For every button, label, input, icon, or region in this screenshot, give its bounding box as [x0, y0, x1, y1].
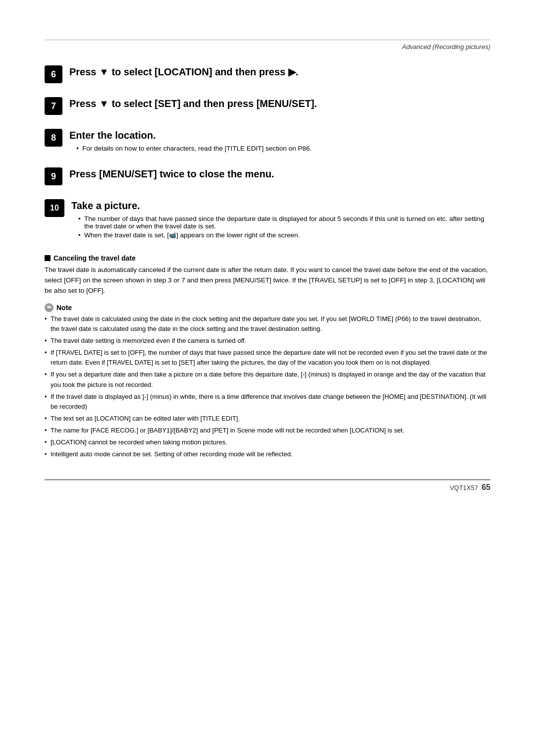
step-8-content: Enter the location. For details on how t… — [69, 129, 490, 154]
step-8-block: 8 Enter the location. For details on how… — [45, 129, 490, 154]
step-7-title: Press ▼ to select [SET] and then press [… — [69, 97, 490, 110]
step-9-title: Press [MENU/SET] twice to close the menu… — [69, 167, 490, 180]
step-9-number: 9 — [45, 167, 62, 185]
step-7-block: 7 Press ▼ to select [SET] and then press… — [45, 97, 490, 115]
cancel-section-title: Canceling the travel date — [54, 254, 136, 262]
cancel-section-icon — [45, 255, 51, 261]
note-item-3: If you set a departure date and then tak… — [45, 370, 490, 389]
step-6-content: Press ▼ to select [LOCATION] and then pr… — [69, 65, 490, 78]
step-10-number: 10 — [45, 199, 64, 217]
page-container: Advanced (Recording pictures) 6 Press ▼ … — [0, 0, 535, 756]
step-8-title: Enter the location. — [69, 129, 490, 142]
step-6-block: 6 Press ▼ to select [LOCATION] and then … — [45, 65, 490, 83]
footer: VQT1X57 65 — [45, 483, 490, 492]
step-10-bullet-0: The number of days that have passed sinc… — [78, 215, 490, 230]
note-item-5: The text set as [LOCATION] can be edited… — [45, 414, 490, 424]
note-item-7: [LOCATION] cannot be recorded when takin… — [45, 437, 490, 447]
note-item-8: Intelligent auto mode cannot be set. Set… — [45, 449, 490, 459]
step-7-number: 7 — [45, 97, 62, 115]
step-10-bullets: The number of days that have passed sinc… — [78, 215, 490, 239]
cancel-section-header: Canceling the travel date — [45, 254, 490, 262]
cancel-section-body: The travel date is automatically cancele… — [45, 265, 490, 296]
header-divider — [45, 40, 490, 40]
note-icon: ✏ — [45, 303, 54, 312]
step-8-number: 8 — [45, 129, 62, 147]
step-6-title: Press ▼ to select [LOCATION] and then pr… — [69, 65, 490, 78]
footer-page-number: 65 — [482, 483, 490, 491]
step-9-content: Press [MENU/SET] twice to close the menu… — [69, 167, 490, 180]
footer-page-label: VQT1X57 — [450, 484, 478, 491]
footer-divider — [45, 480, 490, 480]
step-10-bullet-1: When the travel date is set, [📹] appears… — [78, 231, 490, 239]
header-category: Advanced (Recording pictures) — [45, 43, 490, 51]
step-9-block: 9 Press [MENU/SET] twice to close the me… — [45, 167, 490, 185]
note-header: ✏ Note — [45, 303, 490, 312]
step-7-content: Press ▼ to select [SET] and then press [… — [69, 97, 490, 110]
note-item-1: The travel date setting is memorized eve… — [45, 336, 490, 346]
note-section: ✏ Note The travel date is calculated usi… — [45, 303, 490, 460]
step-8-bullet-0: For details on how to enter characters, … — [76, 145, 490, 152]
note-item-0: The travel date is calculated using the … — [45, 314, 490, 334]
note-item-2: If [TRAVEL DATE] is set to [OFF], the nu… — [45, 348, 490, 368]
note-items-list: The travel date is calculated using the … — [45, 314, 490, 460]
step-10-content: Take a picture. The number of days that … — [71, 199, 490, 240]
step-10-block: 10 Take a picture. The number of days th… — [45, 199, 490, 240]
note-item-6: The name for [FACE RECOG.] or [BABY1]/[B… — [45, 426, 490, 435]
step-6-number: 6 — [45, 65, 62, 83]
note-item-4: If the travel date is displayed as [-] (… — [45, 392, 490, 412]
step-8-bullets: For details on how to enter characters, … — [76, 145, 490, 152]
note-label: Note — [56, 304, 72, 312]
step-10-title: Take a picture. — [71, 199, 490, 212]
